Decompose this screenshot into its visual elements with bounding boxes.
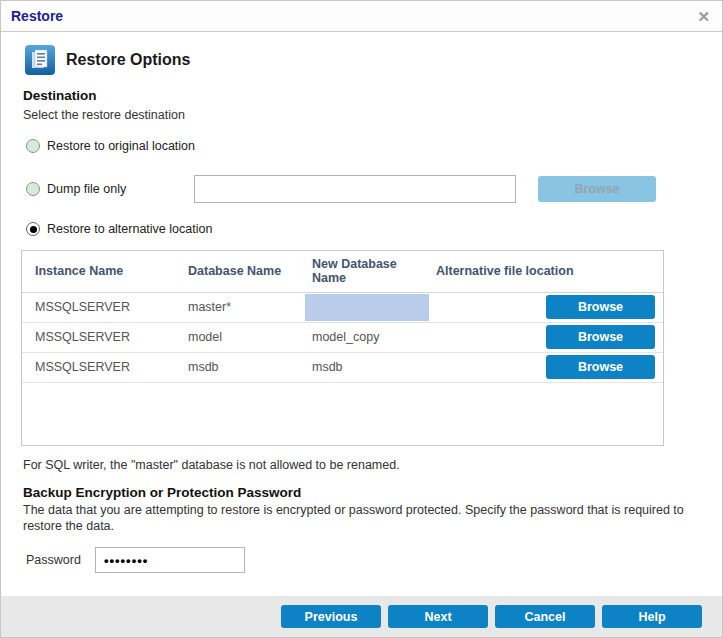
new-database-cell (299, 292, 423, 322)
cancel-button[interactable]: Cancel (495, 605, 595, 628)
database-cell: model (175, 322, 299, 352)
restore-table-container: Instance Name Database Name New Database… (21, 250, 664, 446)
document-icon (25, 45, 55, 75)
radio-row-original: Restore to original location (26, 139, 722, 153)
radio-row-alternative: Restore to alternative location (26, 222, 722, 236)
dialog-titlebar: Restore ✕ (1, 1, 722, 32)
instance-cell: MSSQLSERVER (22, 352, 175, 382)
previous-button[interactable]: Previous (281, 605, 381, 628)
password-label: Password (26, 553, 81, 567)
destination-subheading: Select the restore destination (23, 108, 722, 122)
dialog-title: Restore (11, 8, 697, 24)
destination-heading: Destination (23, 88, 722, 103)
browse-row-button[interactable]: Browse (546, 325, 655, 349)
page-title: Restore Options (66, 51, 190, 69)
radio-dump-group: Dump file only (26, 182, 194, 196)
help-button[interactable]: Help (602, 605, 702, 628)
col-alternative-file-location: Alternative file location (423, 251, 663, 292)
new-database-name-input[interactable] (305, 294, 429, 321)
location-cell: Browse (423, 352, 663, 382)
instance-cell: MSSQLSERVER (22, 322, 175, 352)
table-row: MSSQLSERVER model model_copy Browse (22, 322, 663, 352)
dump-file-path-input[interactable] (194, 175, 516, 203)
password-section-heading: Backup Encryption or Protection Password (23, 485, 722, 500)
col-new-database-name: New Database Name (299, 251, 423, 292)
table-header-row: Instance Name Database Name New Database… (22, 251, 663, 292)
table-row: MSSQLSERVER master* Browse (22, 292, 663, 322)
sql-writer-note: For SQL writer, the "master" database is… (23, 458, 722, 472)
next-button[interactable]: Next (388, 605, 488, 628)
radio-original-label: Restore to original location (47, 139, 195, 153)
footer-bar: Previous Next Cancel Help (1, 596, 722, 637)
restore-table: Instance Name Database Name New Database… (22, 251, 663, 383)
col-instance-name: Instance Name (22, 251, 175, 292)
password-section-description: The data that you are attempting to rest… (23, 502, 702, 534)
restore-dialog: { "dialog": { "title": "Restore", "close… (0, 0, 723, 638)
location-cell: Browse (423, 322, 663, 352)
instance-cell: MSSQLSERVER (22, 292, 175, 322)
location-cell: Browse (423, 292, 663, 322)
new-database-cell[interactable]: model_copy (299, 322, 423, 352)
browse-dump-button[interactable]: Browse (538, 176, 656, 202)
radio-dump-label: Dump file only (47, 182, 126, 196)
radio-original-location[interactable] (26, 139, 40, 153)
database-cell: msdb (175, 352, 299, 382)
password-row: Password (26, 547, 722, 573)
password-input[interactable] (95, 547, 245, 573)
new-database-cell[interactable]: msdb (299, 352, 423, 382)
database-cell: master* (175, 292, 299, 322)
browse-row-button[interactable]: Browse (546, 295, 655, 319)
radio-dump-file[interactable] (26, 182, 40, 196)
radio-alternative-label: Restore to alternative location (47, 222, 212, 236)
table-row: MSSQLSERVER msdb msdb Browse (22, 352, 663, 382)
options-header: Restore Options (25, 45, 722, 75)
browse-row-button[interactable]: Browse (546, 355, 655, 379)
radio-alternative-location[interactable] (26, 222, 40, 236)
col-database-name: Database Name (175, 251, 299, 292)
radio-row-dump: Dump file only Browse (26, 175, 722, 203)
close-icon[interactable]: ✕ (697, 9, 710, 24)
